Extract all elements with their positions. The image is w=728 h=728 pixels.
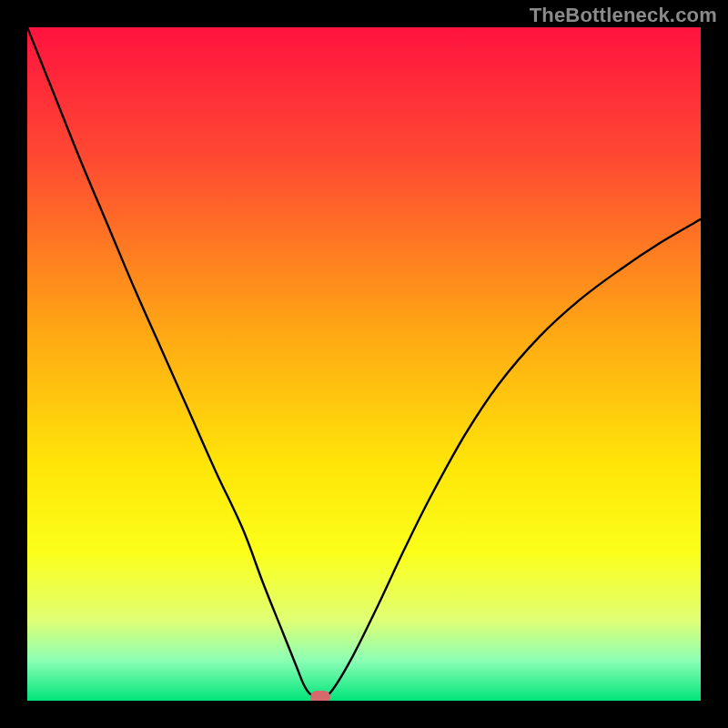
plot-area <box>27 27 701 701</box>
chart-frame: TheBottleneck.com <box>0 0 728 728</box>
watermark-text: TheBottleneck.com <box>530 4 717 27</box>
min-marker-icon <box>310 691 330 701</box>
bottleneck-curve <box>27 27 701 701</box>
